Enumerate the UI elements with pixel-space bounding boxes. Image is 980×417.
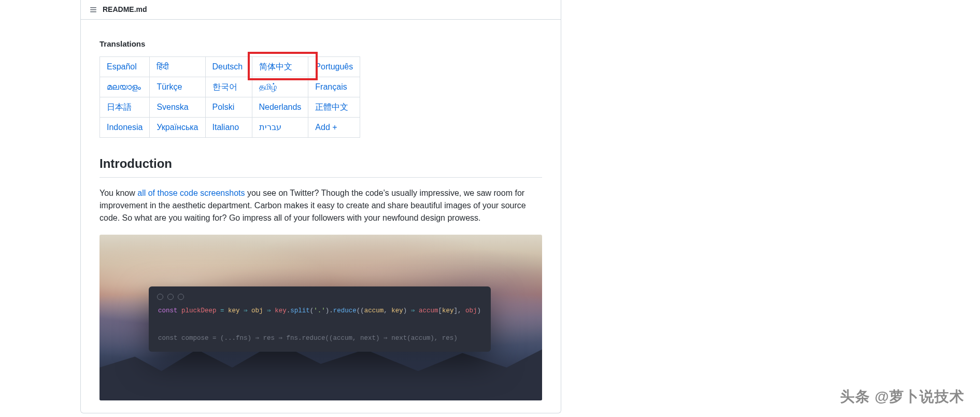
translations-heading: Translations [100, 38, 542, 50]
introduction-heading: Introduction [100, 154, 542, 178]
translation-cell: Polski [205, 97, 252, 117]
watermark-text: 头条 @萝卜说技术 [840, 386, 964, 408]
readme-container: README.md Translations Español हिंदी Deu… [80, 0, 561, 413]
translation-link[interactable]: Italiano [212, 123, 239, 132]
translation-link[interactable]: Français [315, 82, 347, 91]
translation-cell: हिंदी [150, 56, 205, 77]
translation-link[interactable]: हिंदी [157, 62, 169, 71]
intro-text: You know [100, 189, 137, 197]
translation-link[interactable]: Deutsch [212, 62, 243, 71]
translation-link[interactable]: Español [107, 62, 137, 71]
translation-link[interactable]: Polski [212, 103, 235, 111]
translation-cell: മലയാളം [100, 77, 150, 97]
readme-filename: README.md [103, 4, 147, 15]
translation-link[interactable]: 简体中文 [259, 62, 292, 71]
translation-link[interactable]: Svenska [157, 103, 188, 111]
translation-link[interactable]: മലയാളം [107, 82, 141, 91]
translation-link[interactable]: Português [315, 62, 353, 71]
translation-cell: 한국어 [205, 77, 252, 97]
translation-link[interactable]: Українська [157, 123, 198, 132]
translation-cell: Indonesia [100, 117, 150, 137]
introduction-paragraph: You know all of those code screenshots y… [100, 187, 542, 224]
translation-link[interactable]: தமிழ் [259, 82, 277, 91]
window-dot-icon [167, 294, 174, 300]
translation-cell: 正體中文 [308, 97, 360, 117]
code-line: const compose = (...fns) ⇒ res ⇒ fns.red… [149, 332, 491, 346]
window-dot-icon [178, 294, 184, 300]
translation-cell: עברית [252, 117, 308, 137]
translation-cell: Français [308, 77, 360, 97]
translation-link[interactable]: 日本語 [107, 103, 132, 111]
translation-cell: Українська [150, 117, 205, 137]
translation-cell: Español [100, 56, 150, 77]
window-dot-icon [157, 294, 163, 300]
code-window: const pluckDeep = key ⇒ obj ⇒ key.split(… [149, 286, 491, 352]
translation-link[interactable]: 한국어 [212, 82, 237, 91]
readme-body: Translations Español हिंदी Deutsch 简体中文 … [81, 20, 561, 413]
translation-cell: தமிழ் [252, 77, 308, 97]
translation-link[interactable]: 正體中文 [315, 103, 348, 111]
translation-cell: Italiano [205, 117, 252, 137]
translation-link[interactable]: Türkçe [157, 82, 182, 91]
translation-cell-highlighted: 简体中文 [252, 56, 308, 77]
translation-link[interactable]: Indonesia [107, 123, 143, 132]
translation-cell: Svenska [150, 97, 205, 117]
readme-header: README.md [81, 0, 561, 20]
translation-link-add[interactable]: Add + [315, 123, 337, 132]
window-controls [149, 286, 491, 304]
translation-cell: Add + [308, 117, 360, 137]
code-line: const pluckDeep = key ⇒ obj ⇒ key.split(… [149, 304, 491, 318]
translation-cell: Türkçe [150, 77, 205, 97]
translations-table: Español हिंदी Deutsch 简体中文 Português മലയ… [100, 56, 360, 138]
code-screenshots-link[interactable]: all of those code screenshots [137, 189, 245, 197]
translation-link[interactable]: Nederlands [259, 103, 302, 111]
translation-cell: Nederlands [252, 97, 308, 117]
translation-cell: Português [308, 56, 360, 77]
hero-image: const pluckDeep = key ⇒ obj ⇒ key.split(… [100, 235, 542, 400]
code-line [149, 318, 491, 332]
translation-cell: 日本語 [100, 97, 150, 117]
translation-cell: Deutsch [205, 56, 252, 77]
toc-icon[interactable] [89, 6, 97, 14]
translation-link[interactable]: עברית [259, 123, 281, 132]
